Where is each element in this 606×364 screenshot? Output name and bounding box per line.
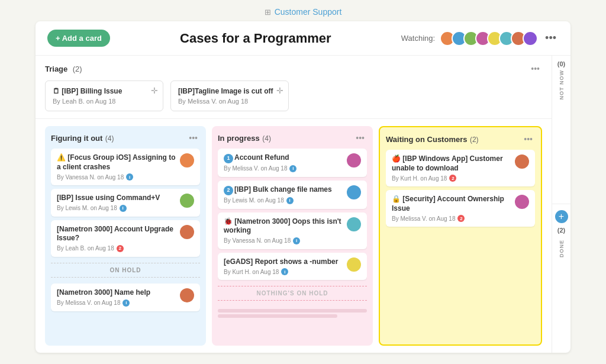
card-meta: By Kurt H. on Aug 182 — [392, 175, 511, 182]
avatar — [180, 225, 194, 239]
card-title: 2[IBP] Bulk change file names — [224, 185, 343, 195]
watching-label: Watching: — [401, 34, 435, 43]
card-meta: By Lewis M. on Aug 18i — [224, 197, 343, 204]
triage-card-title: 🗒 [IBP] Billing Issue — [53, 87, 156, 95]
sidebar-done-count: (2) — [557, 227, 565, 234]
board-title: Cases for a Programmer — [120, 31, 392, 46]
col-menu-button[interactable]: ••• — [353, 132, 367, 144]
grid-icon: ⊞ — [265, 8, 271, 17]
add-icon[interactable]: ✛ — [276, 86, 283, 95]
avatar — [180, 194, 194, 208]
triage-card[interactable]: [IBP]Tagline Image is cut off By Melissa… — [170, 80, 289, 111]
avatar — [347, 217, 361, 231]
lower-columns: Figuring it out (4) ••• ⚠️ [Focus Group … — [36, 119, 552, 353]
sidebar-done-label: DONE — [559, 240, 565, 257]
col-header: Waiting on Customers (2) ••• — [386, 133, 535, 145]
card-title: [IBP] Issue using Command+V — [57, 194, 176, 203]
more-options-button[interactable]: ••• — [543, 30, 559, 47]
info-icon: i — [126, 173, 133, 181]
number-badge: 2 — [224, 186, 233, 195]
col-title: Waiting on Customers (2) — [386, 134, 479, 144]
card-title: [Nametron 3000] Account Upgrade Issue? — [57, 225, 176, 243]
avatar — [347, 153, 361, 167]
kanban-card[interactable]: [eGADS] Report shows a -number By Kurt H… — [218, 253, 367, 281]
lock-emoji: 🔒 — [392, 195, 402, 203]
triage-menu-button[interactable]: ••• — [528, 63, 542, 75]
sidebar-not-now-count: (0) — [557, 60, 565, 67]
column-in-progress: In progress (4) ••• 1Account Refund By M… — [212, 126, 373, 346]
sidebar-not-now-label: NOT NOW — [559, 70, 565, 100]
add-card-button[interactable]: + Add a card — [47, 30, 110, 47]
add-icon[interactable]: ✛ — [151, 86, 158, 95]
card-title: ⚠️ [Focus Group iOS] Assigning to a clie… — [57, 153, 176, 172]
kanban-card[interactable]: [Nametron 3000] Name help By Melissa V. … — [51, 284, 200, 311]
card-title: [eGADS] Report shows a -number — [224, 257, 343, 267]
kanban-cards: 1Account Refund By Melissa V. on Aug 18i… — [218, 149, 367, 340]
card-title: [Nametron 3000] Name help — [57, 288, 176, 298]
apple-emoji: 🍎 — [392, 154, 402, 163]
col-menu-button[interactable]: ••• — [186, 132, 200, 144]
triage-card-title: [IBP]Tagline Image is cut off — [178, 87, 281, 95]
card-title: 1Account Refund — [224, 153, 343, 163]
triage-card[interactable]: 🗒 [IBP] Billing Issue By Leah B. on Aug … — [45, 80, 163, 111]
col-title: Figuring it out (4) — [51, 133, 114, 143]
card-meta: By Vanessa N. on Aug 18i — [57, 173, 176, 181]
kanban-card[interactable]: 🔒 [Security] Account Ownership Issue By … — [386, 190, 535, 227]
sidebar-not-now: (0) NOT NOW — [552, 56, 570, 204]
board-header: + Add a card Cases for a Programmer Watc… — [36, 21, 570, 56]
avatar — [523, 31, 538, 46]
breadcrumb: ⊞ Customer Support — [0, 0, 606, 21]
info-icon: i — [123, 299, 130, 307]
card-meta: By Melissa V. on Aug 18i — [224, 165, 343, 172]
main-board: + Add a card Cases for a Programmer Watc… — [36, 21, 570, 353]
card-meta: By Kurt H. on Aug 18i — [224, 268, 343, 275]
avatar — [515, 154, 529, 169]
avatar — [180, 288, 194, 302]
kanban-cards: ⚠️ [Focus Group iOS] Assigning to a clie… — [51, 149, 200, 340]
kanban-cards: 🍎 [IBP Windows App] Customer unable to d… — [386, 150, 535, 339]
column-waiting-on-customers: Waiting on Customers (2) ••• 🍎 [IBP Wind… — [379, 126, 542, 346]
info-icon: 2 — [449, 175, 456, 182]
kanban-card[interactable]: ⚠️ [Focus Group iOS] Assigning to a clie… — [51, 149, 200, 185]
triage-card-meta: By Melissa V. on Aug 18 — [178, 98, 281, 105]
warning-icon: ⚠️ — [57, 153, 67, 162]
card-title: 🐞 [Nametron 3000] Oops this isn't workin… — [224, 217, 343, 236]
info-icon: 2 — [117, 245, 124, 252]
avatar — [180, 153, 194, 167]
nothing-on-hold-label: NOTHING'S ON HOLD — [218, 286, 367, 301]
bug-emoji: 🐞 — [224, 217, 234, 226]
card-title: 🔒 [Security] Account Ownership Issue — [392, 195, 511, 213]
col-menu-button[interactable]: ••• — [521, 133, 535, 145]
blocked-lines — [218, 309, 367, 320]
breadcrumb-link[interactable]: Customer Support — [275, 7, 342, 17]
triage-title: Triage (2) — [45, 63, 82, 74]
col-title: In progress (4) — [218, 133, 271, 143]
kanban-card[interactable]: [IBP] Issue using Command+V By Lewis M. … — [51, 189, 200, 217]
triage-header: Triage (2) ••• — [45, 63, 542, 75]
avatar — [347, 185, 361, 199]
info-icon: i — [281, 268, 288, 275]
kanban-card[interactable]: [Nametron 3000] Account Upgrade Issue? B… — [51, 220, 200, 257]
number-badge: 1 — [224, 154, 233, 163]
info-icon: i — [120, 205, 127, 212]
card-meta: By Leah B. on Aug 182 — [57, 245, 176, 252]
card-meta: By Melissa V. on Aug 182 — [392, 215, 511, 222]
kanban-card[interactable]: 🐞 [Nametron 3000] Oops this isn't workin… — [218, 212, 367, 249]
kanban-card[interactable]: 1Account Refund By Melissa V. on Aug 18i — [218, 149, 367, 177]
kanban-card[interactable]: 2[IBP] Bulk change file names By Lewis M… — [218, 181, 367, 209]
columns-area: Triage (2) ••• 🗒 [IBP] Billing Issue By … — [36, 56, 552, 353]
avatar — [515, 195, 529, 209]
right-sidebar: (0) NOT NOW + (2) DONE — [552, 56, 570, 353]
kanban-card[interactable]: 🍎 [IBP Windows App] Customer unable to d… — [386, 150, 535, 186]
sidebar-add-button[interactable]: + — [555, 210, 568, 223]
card-meta: By Lewis M. on Aug 18i — [57, 205, 176, 212]
card-meta: By Vanessa N. on Aug 18i — [224, 237, 343, 244]
triage-card-meta: By Leah B. on Aug 18 — [53, 98, 156, 105]
info-icon: i — [289, 165, 296, 172]
info-icon: 2 — [457, 215, 465, 222]
info-icon: i — [286, 197, 294, 204]
sidebar-done: + (2) DONE — [552, 204, 570, 353]
board-area: Triage (2) ••• 🗒 [IBP] Billing Issue By … — [36, 56, 570, 353]
on-hold-label: ON HOLD — [51, 263, 200, 278]
triage-cards: 🗒 [IBP] Billing Issue By Leah B. on Aug … — [45, 80, 542, 111]
